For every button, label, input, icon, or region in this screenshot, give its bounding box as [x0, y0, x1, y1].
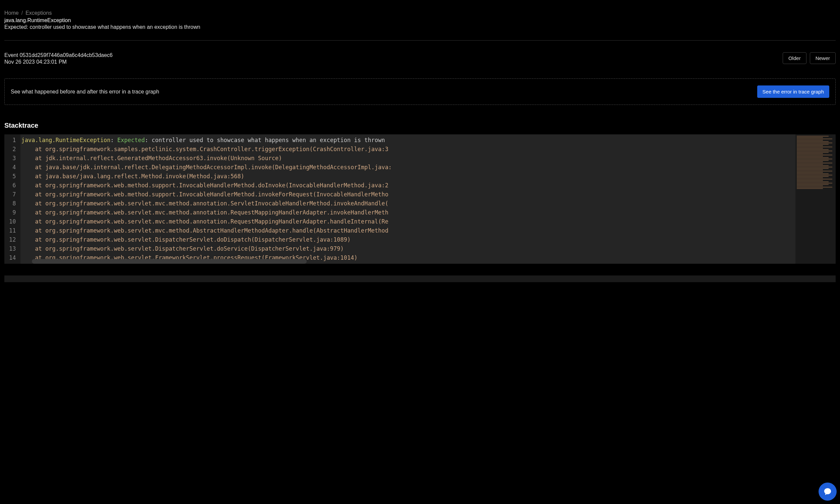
code-line: at org.springframework.web.method.suppor… — [20, 190, 796, 199]
event-timestamp: Nov 26 2023 04:23:01 PM — [4, 59, 113, 65]
trace-banner: See what happened before and after this … — [4, 78, 836, 105]
event-info: Event 0531dd259f7446a09a6c4d4cb53daec6 N… — [4, 52, 113, 65]
exception-message: Expected: controller used to showcase wh… — [4, 24, 836, 30]
divider — [4, 40, 836, 40]
gutter-line-number: 1 — [9, 136, 16, 145]
gutter-line-number: 9 — [9, 208, 16, 217]
breadcrumb-home-link[interactable]: Home — [4, 10, 19, 16]
code-editor[interactable]: 1234567891011121314 java.lang.RuntimeExc… — [4, 134, 836, 264]
breadcrumb: Home / Exceptions — [4, 10, 836, 16]
gutter-line-number: 10 — [9, 217, 16, 226]
code-line: at org.springframework.samples.petclinic… — [20, 145, 796, 154]
breadcrumb-exceptions-link[interactable]: Exceptions — [25, 10, 52, 16]
gutter-line-number: 5 — [9, 172, 16, 181]
code-line: at org.springframework.web.servlet.mvc.m… — [20, 199, 796, 208]
gutter-line-number: 12 — [9, 235, 16, 244]
line-gutter: 1234567891011121314 — [4, 134, 20, 264]
code-area[interactable]: java.lang.RuntimeException: Expected: co… — [20, 134, 796, 264]
gutter-line-number: 11 — [9, 226, 16, 235]
code-line: java.lang.RuntimeException: Expected: co… — [20, 136, 796, 145]
code-line: at org.springframework.web.servlet.mvc.m… — [20, 226, 796, 235]
code-line: at org.springframework.web.servlet.Dispa… — [20, 244, 796, 253]
newer-button[interactable]: Newer — [810, 52, 836, 64]
gutter-line-number: 8 — [9, 199, 16, 208]
code-line: at org.springframework.web.servlet.mvc.m… — [20, 208, 796, 217]
horizontal-scrollbar[interactable] — [32, 259, 307, 264]
older-button[interactable]: Older — [783, 52, 806, 64]
gutter-line-number: 14 — [9, 253, 16, 263]
trace-graph-button[interactable]: See the error in trace graph — [757, 86, 829, 98]
code-line: at jdk.internal.reflect.GeneratedMethodA… — [20, 154, 796, 163]
bottom-panel — [4, 275, 836, 282]
code-line: at org.springframework.web.servlet.Dispa… — [20, 235, 796, 244]
code-line: at java.base/jdk.internal.reflect.Delega… — [20, 163, 796, 172]
event-id: Event 0531dd259f7446a09a6c4d4cb53daec6 — [4, 52, 113, 58]
event-row: Event 0531dd259f7446a09a6c4d4cb53daec6 N… — [4, 52, 836, 65]
gutter-line-number: 4 — [9, 163, 16, 172]
code-line: at java.base/java.lang.reflect.Method.in… — [20, 172, 796, 181]
trace-banner-text: See what happened before and after this … — [11, 89, 159, 95]
code-line: at org.springframework.web.method.suppor… — [20, 181, 796, 190]
stacktrace-heading: Stacktrace — [4, 122, 836, 129]
gutter-line-number: 3 — [9, 154, 16, 163]
gutter-line-number: 13 — [9, 244, 16, 253]
exception-class: java.lang.RuntimeException — [4, 17, 836, 23]
nav-buttons: Older Newer — [783, 52, 836, 64]
code-line: at org.springframework.web.servlet.mvc.m… — [20, 217, 796, 226]
gutter-line-number: 7 — [9, 190, 16, 199]
gutter-line-number: 6 — [9, 181, 16, 190]
breadcrumb-separator: / — [21, 10, 23, 16]
gutter-line-number: 2 — [9, 145, 16, 154]
minimap[interactable] — [796, 134, 836, 264]
